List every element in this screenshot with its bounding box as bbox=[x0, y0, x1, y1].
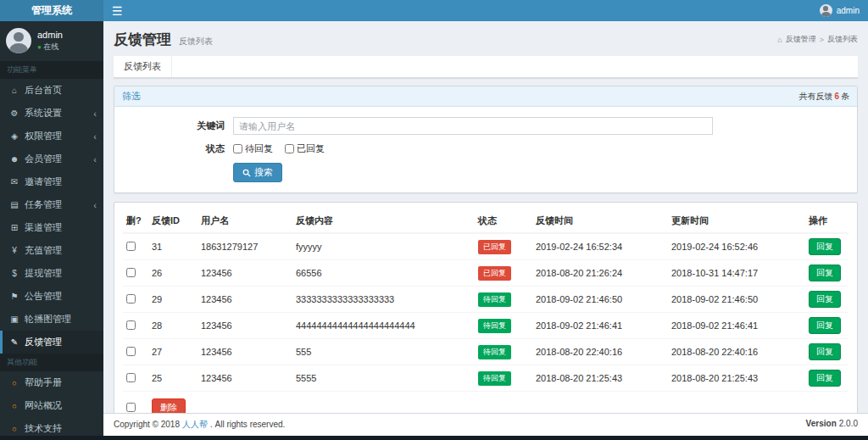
feedback-time-cell: 2018-09-02 21:46:41 bbox=[532, 313, 668, 339]
feedback-content-cell: 66556 bbox=[292, 260, 475, 287]
user-menu-label: admin bbox=[837, 6, 860, 15]
reply-button[interactable]: 回复 bbox=[809, 291, 841, 308]
column-header: 用户名 bbox=[198, 209, 292, 233]
circle-o-icon: ○ bbox=[9, 425, 19, 433]
replied-checkbox[interactable] bbox=[285, 144, 294, 153]
update-time-cell: 2018-08-20 21:25:43 bbox=[668, 365, 805, 392]
table-row: 31 18631279127 fyyyyy 已回复 2019-02-24 16:… bbox=[123, 233, 849, 260]
sidebar-item-task[interactable]: ▤ 任务管理 ‹ bbox=[0, 193, 103, 216]
breadcrumb: ⌂ 反馈管理 > 反馈列表 bbox=[777, 34, 858, 45]
user-icon: ☻ bbox=[9, 154, 19, 164]
status-option-replied[interactable]: 已回复 bbox=[285, 142, 325, 155]
navbar: ☰ admin bbox=[103, 0, 868, 21]
sidebar-item-member[interactable]: ☻ 会员管理 ‹ bbox=[0, 148, 103, 170]
list-icon: ▤ bbox=[9, 200, 19, 209]
sidebar-item-permission[interactable]: ◈ 权限管理 ‹ bbox=[0, 125, 103, 148]
gear-icon: ⚙ bbox=[9, 109, 19, 118]
status-badge: 已回复 bbox=[478, 266, 511, 281]
sidebar-item-tech-support[interactable]: ○ 技术支持 ‹ bbox=[0, 417, 103, 436]
sidebar-item-recharge[interactable]: ¥ 充值管理 ‹ bbox=[0, 239, 103, 262]
withdraw-icon: $ bbox=[9, 269, 19, 278]
row-checkbox[interactable] bbox=[126, 294, 136, 304]
reply-button[interactable]: 回复 bbox=[809, 265, 841, 281]
status-option-pending[interactable]: 待回复 bbox=[233, 142, 273, 155]
feedback-content-cell: fyyyyy bbox=[292, 233, 475, 260]
pending-checkbox[interactable] bbox=[233, 144, 242, 153]
sidebar-item-help-manual[interactable]: ○ 帮助手册 ‹ bbox=[0, 371, 103, 394]
column-header: 反馈内容 bbox=[292, 209, 475, 233]
chevron-left-icon: ‹ bbox=[93, 131, 97, 142]
footer: Copyright © 2018人人帮. All rights reserved… bbox=[103, 413, 868, 436]
main-area: 反馈管理 反馈列表 ⌂ 反馈管理 > 反馈列表 反馈列表 筛选 共有反馈 bbox=[103, 21, 868, 436]
sidebar-item-announcement[interactable]: ⚑ 公告管理 ‹ bbox=[0, 285, 103, 308]
feedback-id-cell: 25 bbox=[148, 365, 198, 392]
online-dot-icon: ● bbox=[37, 43, 42, 51]
status-label: 状态 bbox=[123, 142, 233, 155]
sidebar-item-channel[interactable]: ⊞ 渠道管理 ‹ bbox=[0, 216, 103, 239]
chevron-left-icon: ‹ bbox=[93, 154, 97, 164]
filter-title: 筛选 bbox=[122, 90, 141, 103]
brand-link[interactable]: 人人帮 bbox=[182, 420, 208, 429]
user-menu[interactable]: admin bbox=[820, 4, 860, 17]
envelope-icon: ✉ bbox=[9, 177, 19, 187]
feedback-id-cell: 31 bbox=[148, 233, 198, 260]
content: 反馈管理 反馈列表 ⌂ 反馈管理 > 反馈列表 反馈列表 筛选 共有反馈 bbox=[103, 21, 868, 413]
sidebar-item-feedback[interactable]: ✎ 反馈管理 ‹ bbox=[0, 331, 103, 354]
sidebar-item-site-overview[interactable]: ○ 网站概况 ‹ bbox=[0, 394, 103, 417]
column-header: 反馈时间 bbox=[532, 209, 668, 233]
sidebar-item-withdraw[interactable]: $ 提现管理 ‹ bbox=[0, 262, 103, 285]
feedback-id-cell: 28 bbox=[148, 313, 198, 339]
row-checkbox[interactable] bbox=[126, 242, 136, 251]
menu-section-other: 其他功能 bbox=[0, 354, 103, 371]
sidebar-item-home[interactable]: ⌂ 后台首页 ‹ bbox=[0, 79, 103, 102]
tab-bar: 反馈列表 bbox=[114, 56, 858, 78]
status-badge: 待回复 bbox=[478, 371, 511, 386]
tab-feedback-list[interactable]: 反馈列表 bbox=[114, 56, 172, 77]
circle-o-icon: ○ bbox=[9, 402, 19, 410]
username-cell: 123456 bbox=[198, 313, 292, 339]
update-time-cell: 2018-09-02 21:46:41 bbox=[668, 313, 805, 339]
update-time-cell: 2019-02-24 16:52:46 bbox=[668, 233, 805, 260]
search-button[interactable]: 搜索 bbox=[233, 163, 282, 182]
menu-section-main: 功能菜单 bbox=[0, 61, 103, 79]
username-cell: 123456 bbox=[198, 260, 292, 287]
status-badge: 已回复 bbox=[478, 240, 511, 254]
feedback-content-cell: 5555 bbox=[292, 365, 475, 392]
reply-button[interactable]: 回复 bbox=[809, 317, 841, 334]
row-checkbox[interactable] bbox=[126, 268, 136, 277]
page-title: 反馈管理 bbox=[114, 31, 171, 47]
breadcrumb-root[interactable]: 反馈管理 bbox=[786, 34, 816, 45]
row-checkbox[interactable] bbox=[126, 347, 136, 356]
reply-button[interactable]: 回复 bbox=[809, 238, 841, 255]
table-row: 26 123456 66556 已回复 2018-08-20 21:26:24 … bbox=[123, 260, 849, 287]
row-checkbox[interactable] bbox=[126, 373, 136, 382]
feedback-id-cell: 26 bbox=[148, 260, 198, 287]
feedback-count: 共有反馈6条 bbox=[798, 91, 849, 103]
status-badge: 待回复 bbox=[478, 345, 511, 359]
row-checkbox[interactable] bbox=[126, 320, 136, 330]
sitemap-icon: ⊞ bbox=[9, 223, 19, 232]
home-icon: ⌂ bbox=[9, 86, 19, 95]
bottom-strip bbox=[0, 436, 868, 440]
status-badge: 待回复 bbox=[478, 319, 511, 333]
reply-button[interactable]: 回复 bbox=[809, 370, 841, 387]
select-all-checkbox[interactable] bbox=[126, 403, 136, 412]
home-icon: ⌂ bbox=[777, 36, 782, 44]
keyword-input[interactable] bbox=[233, 117, 713, 135]
column-header: 状态 bbox=[475, 209, 532, 233]
sidebar-toggle-icon[interactable]: ☰ bbox=[112, 5, 123, 17]
sidebar-item-invite[interactable]: ✉ 邀请管理 ‹ bbox=[0, 170, 103, 193]
delete-button[interactable]: 删除 bbox=[152, 398, 186, 413]
update-time-cell: 2018-09-02 21:46:50 bbox=[668, 287, 805, 313]
feedback-count-number: 6 bbox=[834, 92, 839, 101]
reply-button[interactable]: 回复 bbox=[809, 343, 841, 360]
sidebar-item-system[interactable]: ⚙ 系统设置 ‹ bbox=[0, 102, 103, 125]
table-row: 25 123456 5555 待回复 2018-08-20 21:25:43 2… bbox=[123, 365, 849, 392]
username-cell: 123456 bbox=[198, 339, 292, 365]
sidebar: admin ● 在线 功能菜单 ⌂ 后台首页 ‹ ⚙ 系统设置 ‹ ◈ 权限管理… bbox=[0, 21, 103, 436]
lock-icon: ◈ bbox=[9, 131, 19, 141]
flag-icon: ⚑ bbox=[9, 292, 19, 301]
sidebar-item-carousel[interactable]: ▣ 轮播图管理 ‹ bbox=[0, 308, 103, 331]
user-avatar-icon bbox=[820, 4, 832, 17]
chevron-left-icon: ‹ bbox=[93, 200, 97, 210]
